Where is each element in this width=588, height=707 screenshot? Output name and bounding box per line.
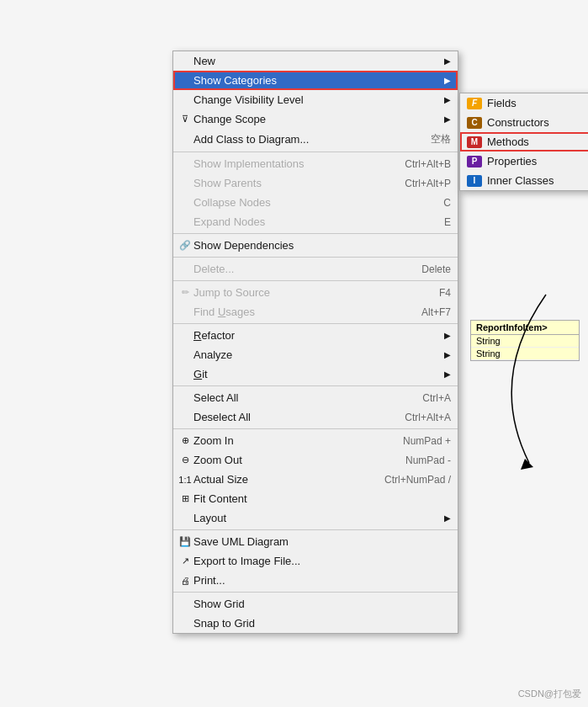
submenu-arrow-change-scope: ▶ (444, 114, 451, 124)
submenu-item-inner-classes[interactable]: IInner Classes (460, 171, 588, 190)
menu-shortcut-show-implementations: Ctrl+Alt+B (405, 158, 451, 170)
menu-label-add-class: Add Class to Diagram... (193, 133, 414, 146)
menu-icon-zoom-out: ⊖ (177, 454, 193, 465)
menu-label-git: Git (193, 368, 441, 380)
menu-item-change-scope[interactable]: ⊽Change Scope▶ (173, 109, 458, 129)
menu-icon-change-scope: ⊽ (177, 114, 193, 125)
menu-label-show-dependencies: Show Dependencies (193, 239, 451, 252)
menu-item-show-dependencies[interactable]: 🔗Show Dependencies (173, 236, 458, 255)
submenu-label-constructors: Constructors (487, 116, 549, 129)
menu-label-fit-content: Fit Content (193, 492, 451, 505)
menu-item-change-visibility[interactable]: Change Visibility Level▶ (173, 90, 458, 109)
menu-icon-zoom-in: ⊕ (177, 435, 193, 446)
submenu-label-inner-classes: Inner Classes (487, 174, 554, 187)
uml-node-row: String (471, 335, 579, 348)
menu-separator (173, 428, 458, 429)
menu-label-zoom-out: Zoom Out (193, 454, 389, 466)
submenu-arrow-refactor: ▶ (444, 331, 451, 340)
menu-shortcut-add-class: 空格 (431, 132, 451, 146)
menu-label-jump-to-source: Jump to Source (193, 286, 422, 299)
menu-separator (173, 385, 458, 386)
submenu-item-fields[interactable]: FFields (460, 93, 588, 113)
menu-shortcut-find-usages: Alt+F7 (421, 306, 451, 318)
menu-label-print: Print... (193, 574, 451, 587)
menu-item-zoom-in[interactable]: ⊕Zoom InNumPad + (173, 431, 458, 450)
menu-separator (173, 257, 458, 258)
submenu-arrow-change-visibility: ▶ (444, 95, 451, 104)
menu-separator (173, 323, 458, 324)
menu-shortcut-select-all: Ctrl+A (422, 392, 451, 404)
menu-item-analyze[interactable]: Analyze▶ (173, 345, 458, 364)
menu-item-fit-content[interactable]: ⊞Fit Content (173, 489, 458, 508)
submenu-item-methods[interactable]: MMethods (460, 132, 588, 152)
menu-item-refactor[interactable]: Refactor▶ (173, 326, 458, 345)
submenu-item-properties[interactable]: PProperties (460, 152, 588, 171)
menu-icon-save-uml: 💾 (177, 536, 193, 547)
menu-shortcut-actual-size: Ctrl+NumPad / (384, 474, 451, 486)
menu-label-layout: Layout (193, 512, 441, 524)
menu-label-zoom-in: Zoom In (193, 434, 386, 447)
menu-item-show-parents: Show ParentsCtrl+Alt+P (173, 173, 458, 193)
menu-icon-print: 🖨 (177, 576, 193, 586)
menu-separator (173, 280, 458, 281)
menu-item-git[interactable]: Git▶ (173, 364, 458, 384)
menu-item-snap-to-grid[interactable]: Snap to Grid (173, 614, 458, 633)
watermark: CSDN@打包爱 (518, 688, 581, 700)
submenu-label-properties: Properties (487, 155, 537, 167)
submenu-arrow-git: ▶ (444, 369, 451, 379)
menu-label-deselect-all: Deselect All (193, 411, 388, 423)
menu-shortcut-expand-nodes: E (444, 216, 451, 228)
menu-label-refactor: Refactor (193, 329, 441, 342)
menu-item-layout[interactable]: Layout▶ (173, 508, 458, 528)
submenu-arrow-analyze: ▶ (444, 350, 451, 359)
menu-item-deselect-all[interactable]: Deselect AllCtrl+Alt+A (173, 407, 458, 427)
uml-node-row: String (471, 348, 579, 360)
menu-label-find-usages: Find Usages (193, 306, 405, 318)
cat-icon-inner-classes: I (467, 175, 482, 187)
menu-label-analyze: Analyze (193, 348, 441, 361)
menu-item-save-uml[interactable]: 💾Save UML Diagram (173, 532, 458, 551)
submenu-show-categories: FFieldsCConstructorsMMethodsPPropertiesI… (459, 93, 588, 191)
menu-icon-fit-content: ⊞ (177, 493, 193, 504)
menu-label-change-visibility: Change Visibility Level (193, 93, 441, 106)
context-menu: New▶Show Categories▶FFieldsCConstructors… (172, 50, 458, 634)
cat-icon-constructors: C (467, 117, 482, 129)
menu-label-show-implementations: Show Implementations (193, 157, 388, 170)
menu-item-add-class[interactable]: Add Class to Diagram...空格 (173, 129, 458, 150)
menu-item-expand-nodes: Expand NodesE (173, 212, 458, 231)
submenu-label-methods: Methods (487, 136, 529, 148)
menu-label-change-scope: Change Scope (193, 113, 441, 125)
svg-marker-0 (521, 459, 533, 470)
menu-separator (173, 152, 458, 152)
menu-shortcut-zoom-in: NumPad + (403, 435, 451, 447)
menu-item-select-all[interactable]: Select AllCtrl+A (173, 388, 458, 407)
menu-item-new[interactable]: New▶ (173, 51, 458, 71)
menu-label-export-image: Export to Image File... (193, 555, 451, 567)
menu-item-show-categories[interactable]: Show Categories▶FFieldsCConstructorsMMet… (173, 71, 458, 90)
menu-item-actual-size[interactable]: 1:1Actual SizeCtrl+NumPad / (173, 470, 458, 489)
menu-shortcut-jump-to-source: F4 (439, 287, 451, 299)
menu-item-show-grid[interactable]: Show Grid (173, 594, 458, 614)
cat-icon-properties: P (467, 156, 482, 167)
menu-label-save-uml: Save UML Diagram (193, 535, 451, 548)
menu-label-actual-size: Actual Size (193, 473, 368, 486)
menu-label-expand-nodes: Expand Nodes (193, 215, 427, 228)
menu-label-snap-to-grid: Snap to Grid (193, 617, 451, 630)
submenu-arrow-show-categories: ▶ (444, 76, 451, 85)
cat-icon-methods: M (467, 136, 482, 148)
menu-item-zoom-out[interactable]: ⊖Zoom OutNumPad - (173, 450, 458, 470)
menu-separator (173, 233, 458, 234)
submenu-label-fields: Fields (487, 97, 516, 109)
menu-item-delete: Delete...Delete (173, 259, 458, 279)
menu-item-export-image[interactable]: ↗Export to Image File... (173, 551, 458, 571)
submenu-item-constructors[interactable]: CConstructors (460, 113, 588, 132)
menu-label-show-parents: Show Parents (193, 177, 388, 189)
uml-node-title: ReportInfoItem> (471, 321, 579, 335)
menu-icon-show-dependencies: 🔗 (177, 240, 193, 251)
menu-label-collapse-nodes: Collapse Nodes (193, 196, 426, 209)
menu-label-select-all: Select All (193, 391, 405, 404)
menu-icon-export-image: ↗ (177, 556, 193, 566)
submenu-arrow-new: ▶ (444, 56, 451, 66)
menu-item-jump-to-source: ✏Jump to SourceF4 (173, 283, 458, 302)
menu-item-print[interactable]: 🖨Print... (173, 571, 458, 590)
